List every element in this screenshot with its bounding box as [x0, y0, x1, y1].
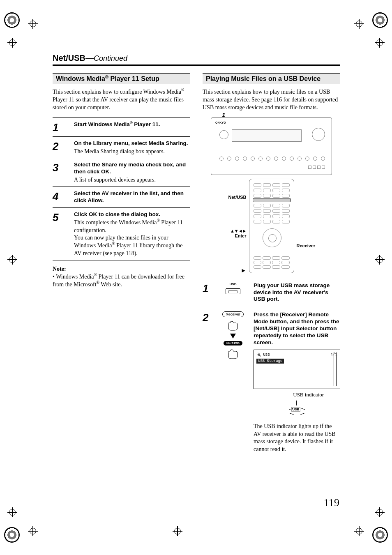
section-title: Net/USB	[53, 53, 85, 62]
page-content: Net/USB—Continued Windows Media® Player …	[53, 53, 340, 457]
label-receiver: Receiver	[297, 243, 321, 248]
callout-1: 1	[222, 111, 225, 118]
right-step-2: 2 Receiver Net/USB Press the [Receiv	[203, 307, 340, 457]
button-row	[219, 157, 325, 161]
screen-usb-item: USB Storage	[256, 359, 284, 364]
usb-port-label: USB	[230, 282, 237, 286]
receiver-front-illustration: 1 ONKYO	[211, 117, 332, 175]
right-heading: Playing Music Files on a USB Device	[203, 73, 340, 84]
registered-mark: ®	[105, 74, 108, 79]
right-step-1: 1 USB Plug your USB mass storage device …	[203, 278, 340, 307]
usb-screen-illustration: 🔌 USB 1/1 USB Storage	[254, 350, 340, 389]
step-3: 3 Select the Share my media check box, a…	[53, 158, 190, 187]
step-desc: You can now play the music files in your…	[74, 234, 190, 258]
step-title: Press the [Receiver] Remote Mode button,…	[254, 311, 340, 346]
step-number: 5	[53, 211, 68, 258]
usb-indicator-label: USB indicator	[254, 391, 340, 398]
step-4: 4 Select the AV receiver in the list, an…	[53, 187, 190, 207]
step-5: 5 Click OK to close the dialog box. This…	[53, 207, 190, 260]
step-title: Click OK to close the dialog box.	[74, 211, 190, 218]
page-number: 119	[324, 497, 339, 509]
receiver-display-icon	[232, 129, 302, 142]
step-title: Plug your USB mass storage device into t…	[254, 282, 340, 303]
step-desc: This completes the Windows Media® Player…	[74, 219, 190, 235]
left-heading: Windows Media® Player 11 Setup	[53, 73, 190, 84]
usb-indicator-graphic: USB	[254, 401, 340, 419]
receiver-brand: ONKYO	[215, 121, 226, 124]
hand-press-icon	[226, 348, 240, 359]
step-2: 2 On the Library menu, select Media Shar…	[53, 136, 190, 158]
step-number: 2	[203, 311, 212, 454]
remote-highlight-row	[253, 198, 291, 202]
arrow-down-icon	[230, 334, 236, 339]
label-enter: Enter	[223, 233, 247, 238]
step-1: 1 Start Windows Media® Player 11.	[53, 117, 190, 136]
remote-button-grid	[254, 204, 290, 223]
label-netusb: Net/USB	[223, 195, 247, 200]
label-play: ►	[223, 267, 247, 274]
step-title: Select the Share my media check box, and…	[74, 161, 190, 175]
diagram-area: 1 ONKYO Net/USB ▲▼	[203, 117, 340, 274]
note-block: Note: Windows Media® Player 11 can be do…	[53, 265, 190, 289]
usb-indicator-icon: USB	[291, 407, 301, 412]
remote-area: Net/USB ▲▼◄► Enter ►	[203, 178, 340, 274]
left-column: Windows Media® Player 11 Setup This sect…	[53, 73, 190, 457]
button-row	[219, 166, 325, 170]
step-number: 1	[203, 282, 212, 304]
section-header: Net/USB—Continued	[53, 53, 340, 66]
note-item: Windows Media® Player 11 can be download…	[53, 273, 190, 289]
remote-button-grid	[254, 183, 290, 198]
step-desc: The Media Sharing dialog box appears.	[74, 148, 190, 156]
note-label: Note:	[53, 265, 190, 273]
step-number: 1	[53, 121, 68, 134]
usb-port-icon	[226, 288, 240, 294]
remote-dpad-icon	[263, 228, 281, 247]
section-continued: Continued	[94, 54, 127, 62]
right-column: Playing Music Files on a USB Device This…	[203, 73, 340, 457]
netusb-pill: Net/USB	[224, 341, 242, 345]
label-arrows: ▲▼◄►	[223, 228, 247, 233]
screen-usb-head: 🔌 USB	[256, 352, 270, 357]
step-number: 3	[53, 161, 68, 184]
remote-illustration	[249, 179, 294, 273]
left-intro: This section explains how to configure W…	[53, 88, 190, 112]
power-knob-icon	[219, 130, 228, 139]
step-title: On the Library menu, select Media Sharin…	[74, 140, 190, 147]
section-sep: —	[85, 53, 94, 62]
step-desc: A list of supported devices appears.	[74, 176, 190, 184]
step-number: 2	[53, 140, 68, 156]
step-desc: The USB indicator lights up if the AV re…	[254, 423, 340, 454]
step-title: Start Windows Media® Player 11.	[74, 121, 190, 128]
receiver-pill: Receiver	[222, 311, 244, 317]
step-number: 4	[53, 190, 68, 205]
step-title: Select the AV receiver in the list, and …	[74, 190, 190, 204]
hand-press-icon	[226, 320, 240, 331]
right-intro: This section explains how to play music …	[203, 88, 340, 112]
remote-transport-row	[254, 256, 290, 269]
volume-knob-icon	[312, 128, 325, 141]
